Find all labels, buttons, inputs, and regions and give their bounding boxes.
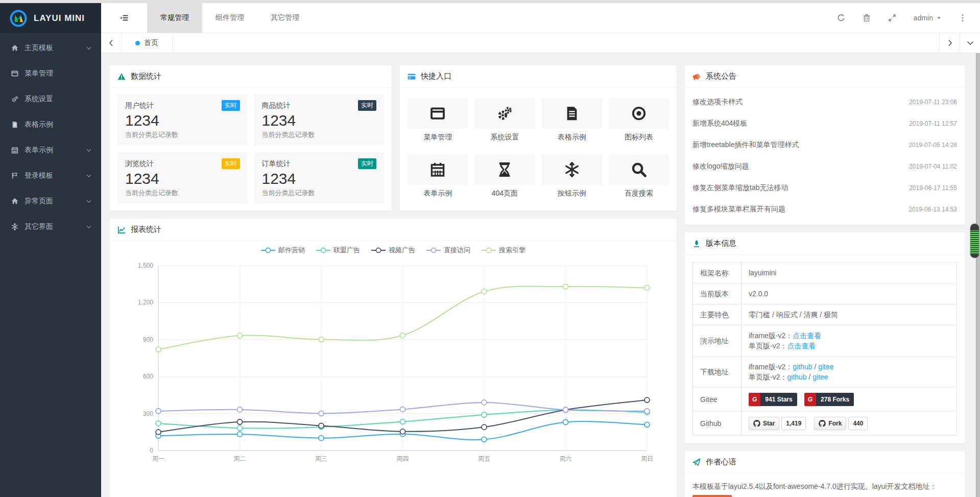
more-menu-kebab-icon[interactable] — [959, 14, 967, 22]
warning-triangle-icon — [117, 73, 126, 81]
svg-text:900: 900 — [143, 336, 153, 343]
announcement-item[interactable]: 修复多模块菜单栏展开有问题2019-06-13 14:53 — [685, 199, 965, 220]
github-count: 440 — [848, 417, 868, 430]
legend-label: 邮件营销 — [278, 246, 305, 255]
version-row: 演示地址iframe版-v2：点击查看单页版-v2：点击查看 — [693, 325, 957, 357]
version-link[interactable]: gitee — [812, 373, 828, 381]
svg-text:周三: 周三 — [315, 455, 327, 462]
quick-entry[interactable]: 菜单管理 — [408, 98, 468, 142]
tab-scroll-right-icon[interactable] — [939, 33, 960, 53]
legend-marker — [316, 247, 330, 253]
tab-home[interactable]: 首页 — [122, 33, 173, 53]
sidebar-item-0[interactable]: 主页模板 — [0, 35, 101, 61]
legend-item[interactable]: 联盟广告 — [316, 246, 360, 255]
version-row-value: v2.0.0 — [742, 283, 957, 304]
calendar-icon — [11, 147, 22, 154]
sidebar-item-label: 表格示例 — [25, 120, 92, 129]
stat-card[interactable]: 订单统计实时1234当前分类总记录数 — [254, 152, 385, 204]
sidebar-item-label: 异常页面 — [25, 197, 86, 206]
user-dropdown[interactable]: admin — [914, 14, 941, 22]
announcement-date: 2019-07-05 14:28 — [903, 141, 957, 149]
header-actions: admin — [837, 3, 980, 33]
legend-label: 视频广告 — [389, 246, 415, 255]
chevron-down-icon — [86, 147, 92, 153]
panel-report-chart: 报表统计 邮件营销联盟广告视频广告直接访问搜索引擎 03006009001,20… — [110, 219, 677, 497]
quick-entry[interactable]: 表格示例 — [542, 98, 602, 142]
version-row: 框架名称layuimini — [693, 263, 957, 283]
announcement-item[interactable]: 修改选项卡样式2019-07-11 23:06 — [685, 91, 965, 113]
stat-card[interactable]: 商品统计实时1234当前分类总记录数 — [254, 94, 385, 146]
github-mark-icon — [753, 420, 760, 427]
sidebar-item-3[interactable]: 表格示例 — [0, 112, 101, 137]
legend-item[interactable]: 邮件营销 — [261, 246, 305, 255]
collapse-sidebar-icon[interactable] — [101, 3, 147, 33]
announcement-item[interactable]: 新增系统404模板2019-07-11 12:57 — [685, 113, 965, 134]
version-row-label: Github — [693, 412, 742, 436]
version-link[interactable]: 点击查看 — [787, 342, 816, 350]
tab-operations-icon[interactable] — [960, 33, 980, 53]
announcement-item[interactable]: 新增treetable插件和菜单管理样式2019-07-05 14:28 — [685, 134, 965, 156]
stat-card[interactable]: 用户统计实时1234当前分类总记录数 — [117, 94, 248, 146]
panel-title: 版本信息 — [706, 239, 736, 248]
fullscreen-icon[interactable] — [888, 14, 896, 22]
stat-label: 浏览统计 — [125, 159, 154, 169]
svg-text:1,500: 1,500 — [138, 262, 153, 269]
page-scrollbar-thumb[interactable] — [970, 224, 979, 258]
search-icon — [631, 162, 647, 177]
legend-item[interactable]: 直接访问 — [426, 246, 470, 255]
quick-entry[interactable]: 百度搜索 — [609, 154, 669, 198]
sidebar-item-2[interactable]: 系统设置 — [0, 86, 101, 112]
quick-entry[interactable]: 404页面 — [474, 154, 535, 198]
panel-title: 作者心语 — [706, 457, 736, 467]
gitee-badge[interactable]: G278 Forks — [804, 393, 854, 406]
clear-cache-trash-icon[interactable] — [863, 14, 871, 22]
version-link[interactable]: gitee — [818, 363, 833, 371]
github-button-group[interactable]: Fork440 — [814, 417, 868, 430]
app-logo[interactable]: LAYUI MINI — [0, 3, 101, 33]
refresh-icon[interactable] — [837, 14, 845, 22]
page-scrollbar-track[interactable] — [976, 53, 980, 497]
chevron-down-icon — [86, 45, 92, 51]
svg-text:周二: 周二 — [234, 455, 246, 462]
version-row: 当前版本v2.0.0 — [693, 283, 957, 304]
github-button-group[interactable]: Star1,419 — [749, 417, 806, 430]
legend-item[interactable]: 搜索引擎 — [482, 246, 525, 255]
panel-title: 数据统计 — [131, 72, 161, 81]
sidebar-item-6[interactable]: 异常页面 — [0, 188, 101, 214]
version-link[interactable]: 点击查看 — [793, 332, 821, 340]
tab-scroll-left-icon[interactable] — [101, 33, 122, 53]
stat-value: 1234 — [125, 169, 240, 188]
quick-entry[interactable]: 表单示例 — [408, 154, 468, 198]
quick-entry-label: 表单示例 — [408, 189, 468, 198]
legend-item[interactable]: 视频广告 — [371, 246, 415, 255]
report-chart-svg: 03006009001,2001,500周一周二周三周四周五周六周日 — [117, 255, 669, 497]
quick-entry[interactable]: 图标列表 — [609, 98, 669, 142]
sidebar-item-1[interactable]: 菜单管理 — [0, 61, 101, 86]
user-name: admin — [914, 14, 933, 22]
chart-legend: 邮件营销联盟广告视频广告直接访问搜索引擎 — [110, 246, 677, 255]
sidebar: LAYUI MINI 主页模板菜单管理系统设置表格示例表单示例登录模板异常页面其… — [0, 3, 101, 497]
announcement-item[interactable]: 修复左侧菜单缩放tab无法移动2019-06-17 11:55 — [685, 177, 965, 199]
stat-card[interactable]: 浏览统计实时1234当前分类总记录数 — [117, 152, 248, 204]
top-nav-tab-1[interactable]: 组件管理 — [202, 3, 257, 33]
version-link[interactable]: github — [793, 363, 812, 371]
layui-doc-button[interactable]: layui文档 — [692, 495, 732, 497]
panel-announcements: 系统公告 修改选项卡样式2019-07-11 23:06新增系统404模板201… — [685, 65, 965, 225]
stat-sublabel: 当前分类总记录数 — [125, 188, 240, 198]
quick-entry[interactable]: 按钮示例 — [542, 154, 602, 198]
leaf-icon — [692, 240, 701, 248]
main-content: 数据统计 用户统计实时1234当前分类总记录数商品统计实时1234当前分类总记录… — [101, 53, 973, 497]
sidebar-item-7[interactable]: 其它界面 — [0, 214, 101, 240]
version-row: 下载地址iframe版-v2：github / gitee单页版-v2：gith… — [693, 357, 957, 388]
panel-author-words: 作者心语 本模板基于layui2.5.4以及font-awesome-4.7.0… — [685, 451, 965, 497]
version-link[interactable]: github — [787, 373, 806, 381]
sidebar-item-5[interactable]: 登录模板 — [0, 163, 101, 188]
sidebar-item-4[interactable]: 表单示例 — [0, 137, 101, 163]
top-nav-tab-2[interactable]: 其它管理 — [257, 3, 313, 33]
announcement-item[interactable]: 修改logo缩放问题2019-07-04 11:02 — [685, 156, 965, 177]
announcement-date: 2019-06-17 11:55 — [904, 184, 957, 192]
top-nav-tab-0[interactable]: 常规管理 — [147, 3, 202, 33]
gitee-badge[interactable]: G941 Stars — [749, 393, 797, 406]
quick-entry[interactable]: 系统设置 — [474, 98, 535, 142]
snowflake-icon — [11, 223, 22, 230]
